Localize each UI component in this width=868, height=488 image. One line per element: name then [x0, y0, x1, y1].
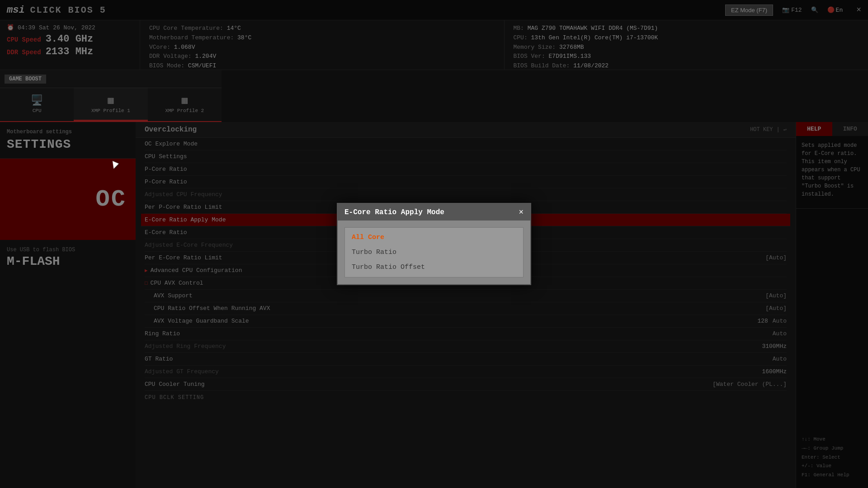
modal-dialog: E-Core Ratio Apply Mode × All Core Turbo… — [337, 203, 531, 285]
modal-overlay: E-Core Ratio Apply Mode × All Core Turbo… — [0, 0, 868, 488]
modal-titlebar: E-Core Ratio Apply Mode × — [338, 204, 530, 221]
modal-close-button[interactable]: × — [519, 207, 524, 217]
modal-option-all-core[interactable]: All Core — [345, 230, 523, 245]
modal-option-turbo-ratio-offset[interactable]: Turbo Ratio Offset — [345, 260, 523, 275]
modal-title: E-Core Ratio Apply Mode — [344, 208, 444, 216]
modal-option-turbo-ratio[interactable]: Turbo Ratio — [345, 245, 523, 260]
modal-body: All Core Turbo Ratio Turbo Ratio Offset — [338, 221, 530, 284]
modal-options-box: All Core Turbo Ratio Turbo Ratio Offset — [344, 227, 524, 277]
